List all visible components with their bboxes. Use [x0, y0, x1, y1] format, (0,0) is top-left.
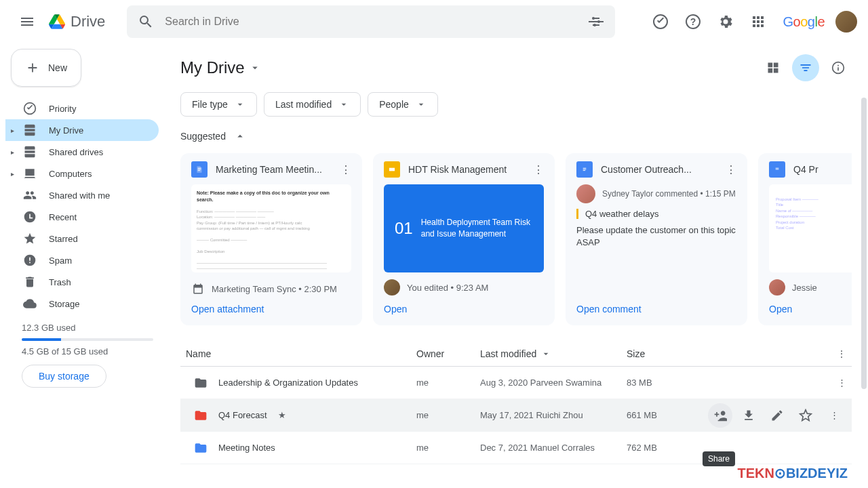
file-name: Q4 Forecast [218, 410, 267, 420]
plus-icon [25, 60, 40, 76]
card-preview: Sydney Taylor commented • 1:15 PM Q4 wea… [576, 184, 736, 249]
calendar-icon [191, 282, 205, 296]
star-icon[interactable]: ★ [278, 410, 286, 420]
download-button[interactable] [736, 403, 761, 428]
sidebar-item-label: Trash [49, 277, 71, 287]
starred-icon [23, 232, 37, 245]
comment-meta: Sydney Taylor commented • 1:15 PM [602, 189, 736, 199]
sidebar-item-computers[interactable]: ▸ Computers [5, 163, 159, 184]
rename-button[interactable] [765, 403, 789, 428]
caret-icon: ▸ [11, 148, 14, 156]
sidebar-item-label: Computers [49, 169, 92, 179]
shared-drives-icon [23, 145, 37, 159]
storage-bar [22, 338, 153, 341]
card-more-icon[interactable]: ⋮ [533, 163, 544, 176]
card-action[interactable]: Open attachment [191, 304, 351, 314]
col-name-header[interactable]: Name [186, 348, 416, 359]
storage-used-top: 12.3 GB used [22, 323, 153, 333]
table-more-icon[interactable]: ⋮ [837, 348, 846, 359]
main-menu-button[interactable] [11, 5, 43, 38]
buy-storage-button[interactable]: Buy storage [22, 365, 106, 388]
suggested-card[interactable]: Q4 Pr Proposal Item ————TitleName of ———… [758, 153, 852, 325]
table-row[interactable]: Leadership & Organization Updates me Aug… [180, 367, 852, 399]
sort-down-icon [540, 348, 551, 359]
computers-icon [23, 167, 37, 180]
recent-icon [23, 210, 37, 224]
svg-rect-8 [583, 168, 587, 169]
row-more-icon[interactable]: ⋮ [837, 378, 846, 388]
settings-icon[interactable] [712, 8, 739, 35]
user-avatar-icon [769, 279, 785, 296]
svg-rect-9 [583, 169, 587, 169]
logo-area[interactable]: Drive [49, 13, 105, 30]
support-icon[interactable]: ? [679, 8, 707, 35]
docs-icon [191, 161, 208, 178]
sidebar-item-shared-with-me[interactable]: Shared with me [5, 184, 159, 206]
chip-people[interactable]: People [368, 92, 438, 117]
ready-offline-icon[interactable] [647, 8, 674, 35]
row-more-button[interactable]: ⋮ [822, 403, 846, 428]
new-button[interactable]: New [11, 49, 81, 87]
sidebar-item-shared-drives[interactable]: ▸ Shared drives [5, 141, 159, 163]
main-header: My Drive [180, 54, 852, 81]
breadcrumb[interactable]: My Drive [180, 58, 261, 77]
sidebar-item-spam[interactable]: Spam [5, 249, 159, 271]
col-modified-header[interactable]: Last modified [480, 348, 627, 359]
app-name: Drive [71, 13, 105, 30]
card-more-icon[interactable]: ⋮ [726, 163, 736, 176]
suggested-card[interactable]: Customer Outreach... ⋮ Sydney Taylor com… [566, 153, 747, 325]
account-avatar[interactable] [835, 11, 857, 33]
star-button[interactable] [793, 403, 818, 428]
table-row[interactable]: Meeting Notes me Dec 7, 2021 Manuel Corr… [180, 432, 852, 464]
svg-point-1 [597, 20, 600, 23]
chevron-down-icon [249, 62, 261, 74]
svg-rect-11 [776, 168, 779, 169]
file-size: 762 MB [627, 443, 694, 453]
drive-logo-icon [49, 14, 65, 30]
table-row[interactable]: Q4 Forecast ★ me May 17, 2021 Ruichi Zho… [180, 399, 852, 432]
hamburger-icon [19, 14, 35, 30]
card-action[interactable]: Open comment [576, 304, 736, 314]
card-title: Q4 Pr [793, 164, 852, 175]
search-input[interactable] [165, 16, 577, 28]
sidebar-item-label: Shared drives [49, 147, 103, 157]
docs-icon [769, 161, 785, 178]
sidebar-item-my-drive[interactable]: ▸ My Drive [5, 119, 159, 141]
apps-icon[interactable] [745, 8, 772, 35]
chip-file-type[interactable]: File type [180, 92, 257, 117]
slides-icon [384, 161, 400, 178]
chevron-up-icon [234, 130, 246, 142]
filter-button[interactable] [792, 54, 819, 81]
comment-quote: Q4 weather delays [576, 209, 736, 219]
col-size-header[interactable]: Size [627, 348, 694, 359]
svg-rect-5 [198, 169, 201, 169]
file-owner: me [416, 378, 480, 388]
chevron-down-icon [235, 99, 245, 110]
search-bar[interactable] [127, 5, 615, 38]
card-action[interactable]: Open [769, 304, 852, 314]
info-button[interactable] [825, 54, 852, 81]
sidebar-item-recent[interactable]: Recent [5, 206, 159, 228]
docs-icon [576, 161, 593, 178]
folder-icon [194, 376, 208, 390]
scrollbar[interactable] [861, 98, 867, 389]
suggested-card[interactable]: HDT Risk Management ⋮ 01 Health Deployme… [373, 153, 555, 325]
col-owner-header[interactable]: Owner [416, 348, 480, 359]
sidebar-item-storage[interactable]: Storage [5, 293, 159, 314]
sidebar-item-priority[interactable]: Priority [5, 98, 159, 119]
sidebar-item-label: Shared with me [49, 190, 110, 201]
sidebar-item-trash[interactable]: Trash [5, 271, 159, 293]
card-title: HDT Risk Management [408, 164, 525, 175]
share-button[interactable] [708, 403, 732, 428]
search-options-icon[interactable] [588, 14, 604, 30]
file-size: 83 MB [627, 378, 694, 388]
chip-last-modified[interactable]: Last modified [264, 92, 361, 117]
folder-icon [194, 441, 208, 455]
sidebar-item-starred[interactable]: Starred [5, 228, 159, 249]
suggested-toggle[interactable]: Suggested [180, 130, 852, 142]
card-more-icon[interactable]: ⋮ [340, 163, 351, 176]
layout-grid-button[interactable] [760, 54, 787, 81]
suggested-card[interactable]: Marketing Team Meetin... ⋮ Note: Please … [180, 153, 362, 325]
card-action[interactable]: Open [384, 304, 544, 314]
main-content: My Drive File type Last modified People … [170, 43, 868, 488]
